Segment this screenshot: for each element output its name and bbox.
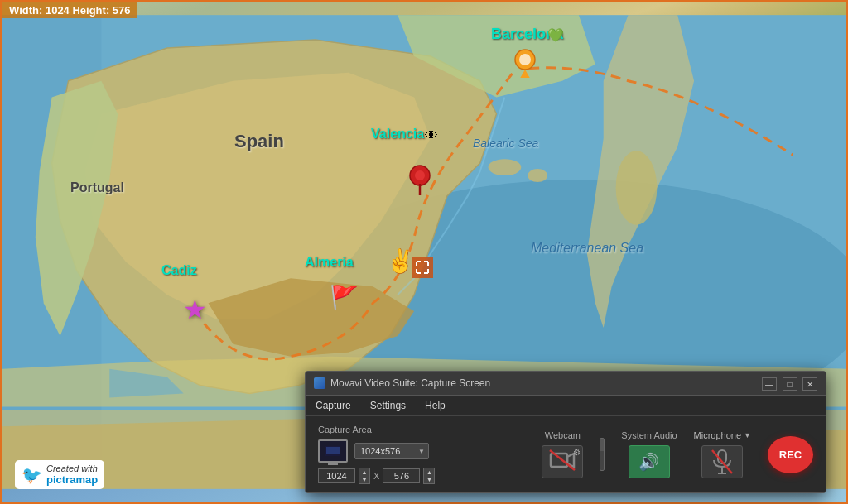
created-with-text: Created with: [46, 463, 98, 473]
maximize-button[interactable]: □: [783, 377, 797, 391]
menu-help[interactable]: Help: [422, 398, 449, 413]
system-audio-button[interactable]: 🔊: [629, 445, 670, 478]
height-down-button[interactable]: ▼: [424, 476, 434, 483]
height-up-button[interactable]: ▲: [424, 468, 434, 476]
system-audio-section: System Audio 🔊: [621, 430, 677, 478]
svg-rect-21: [551, 454, 567, 467]
expand-icon[interactable]: [412, 257, 433, 278]
dimension-badge: Width: 1024 Height: 576: [2, 2, 137, 18]
microphone-section: Microphone ▼: [694, 430, 751, 478]
webcam-section: Webcam ⚙: [542, 430, 583, 478]
gear-icon: ⚙: [573, 448, 581, 457]
microphone-off-icon: [711, 449, 734, 475]
audio-level-bar: [600, 438, 605, 471]
height-spinner: ▲ ▼: [423, 468, 435, 484]
movavi-dialog: Movavi Video Suite: Capture Screen — □ ✕…: [305, 371, 826, 494]
dimension-separator: X: [373, 471, 379, 481]
system-audio-label: System Audio: [621, 430, 677, 440]
minimize-button[interactable]: —: [762, 377, 777, 391]
microphone-label: Microphone: [694, 430, 741, 440]
dialog-titlebar: Movavi Video Suite: Capture Screen — □ ✕: [306, 372, 826, 396]
resolution-dropdown[interactable]: 1024x576 ▼: [354, 443, 429, 459]
svg-point-5: [528, 169, 547, 182]
dialog-menubar: Capture Settings Help: [306, 396, 826, 416]
capture-area-section: Capture Area 1024x576 ▼: [318, 425, 435, 484]
mic-dropdown-arrow: ▼: [744, 431, 751, 439]
pictramap-badge: 🐦 Created with pictramap: [15, 460, 104, 489]
dialog-body: Capture Area 1024x576 ▼: [306, 416, 826, 492]
webcam-off-icon: [549, 449, 576, 475]
svg-point-3: [616, 151, 658, 224]
webcam-label: Webcam: [545, 430, 581, 440]
rec-button[interactable]: REC: [768, 436, 813, 473]
monitor-icon: [318, 439, 348, 463]
dimension-inputs: ▲ ▼ X ▲ ▼: [318, 468, 435, 484]
dropdown-arrow-icon: ▼: [418, 448, 425, 455]
microphone-dropdown[interactable]: Microphone ▼: [694, 430, 751, 440]
menu-settings[interactable]: Settings: [367, 398, 409, 413]
dialog-title-text: Movavi Video Suite: Capture Screen: [330, 377, 490, 389]
screenshot-container: Width: 1024 Height: 576 Barcelona Valenc…: [0, 0, 848, 504]
speaker-icon: 🔊: [638, 452, 659, 472]
microphone-button[interactable]: [701, 445, 743, 478]
window-controls: — □ ✕: [760, 376, 817, 391]
width-spinner: ▲ ▼: [359, 468, 370, 484]
pictra-bird-icon: 🐦: [22, 465, 42, 485]
width-down-button[interactable]: ▼: [359, 476, 369, 483]
dialog-title-left: Movavi Video Suite: Capture Screen: [314, 377, 490, 389]
width-up-button[interactable]: ▲: [359, 468, 369, 476]
movavi-icon: [314, 377, 325, 389]
svg-point-4: [489, 159, 522, 175]
capture-area-label: Capture Area: [318, 425, 435, 434]
menu-capture[interactable]: Capture: [312, 398, 354, 413]
svg-rect-20: [326, 447, 340, 454]
close-button[interactable]: ✕: [802, 377, 817, 391]
audio-level-container: [600, 438, 605, 471]
pictramap-brand: pictramap: [46, 473, 98, 486]
height-input[interactable]: [383, 468, 420, 483]
webcam-button[interactable]: ⚙: [542, 445, 583, 478]
resolution-value: 1024x576: [360, 446, 400, 456]
width-input[interactable]: [318, 468, 355, 483]
capture-area-controls: 1024x576 ▼: [318, 439, 435, 463]
